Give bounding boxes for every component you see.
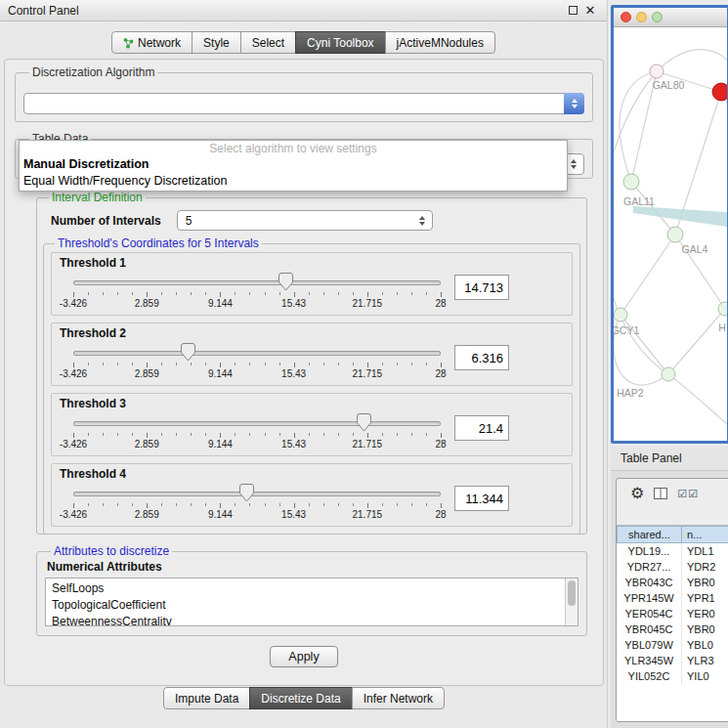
- select-columns-icon[interactable]: ☑☑: [677, 488, 699, 500]
- slider-track: [73, 351, 441, 356]
- node-label: H: [718, 321, 726, 333]
- attribute-item[interactable]: SelfLoops: [52, 580, 564, 597]
- table-row[interactable]: YBR045CYBR0: [617, 621, 728, 637]
- panel-tab-bar: NetworkStyleSelectCyni ToolboxjActiveMNo…: [0, 21, 607, 59]
- attribute-item[interactable]: BetweennessCentrality: [52, 614, 564, 626]
- cell-shared-name: YER054C: [617, 606, 682, 621]
- column-selector-icon[interactable]: [654, 485, 667, 503]
- threshold-panel: Threshold 2-3.4262.8599.14415.4321.71528…: [51, 322, 573, 386]
- slider-thumb-icon[interactable]: [278, 273, 293, 291]
- attribute-item[interactable]: TopologicalCoefficient: [52, 597, 564, 614]
- tab-cyni-toolbox[interactable]: Cyni Toolbox: [295, 31, 385, 54]
- list-scrollbar-thumb[interactable]: [568, 580, 576, 606]
- algorithm-select[interactable]: [23, 93, 584, 114]
- number-of-intervals-value: 5: [178, 214, 412, 228]
- slider-scale-label: 2.859: [135, 298, 159, 309]
- table-row[interactable]: YBL079WYBL0: [617, 637, 728, 653]
- table-row[interactable]: YDR27...YDR2: [617, 559, 728, 575]
- slider-thumb-icon[interactable]: [357, 413, 371, 432]
- tab-label: Network: [138, 36, 181, 50]
- zoom-traffic-light-icon[interactable]: [652, 12, 663, 22]
- network-node[interactable]: [650, 64, 664, 78]
- close-panel-button[interactable]: ✕: [581, 3, 599, 18]
- slider-scale-label: -3.426: [60, 368, 87, 379]
- tab-style[interactable]: Style: [192, 31, 241, 54]
- threshold-slider[interactable]: -3.4262.8599.14415.4321.71528: [73, 343, 441, 382]
- slider-thumb-icon[interactable]: [181, 343, 195, 362]
- number-of-intervals-row: Number of Intervals 5: [51, 210, 580, 231]
- slider-scale-label: 2.859: [135, 439, 159, 450]
- threshold-panel: Threshold 4-3.4262.8599.14415.4321.71528…: [51, 463, 573, 527]
- slider-ticks: [73, 292, 441, 297]
- gear-icon[interactable]: ⚙: [630, 486, 644, 501]
- float-window-button[interactable]: [564, 4, 581, 18]
- slider-thumb-icon[interactable]: [239, 484, 254, 502]
- slider-scale-label: 28: [435, 439, 446, 450]
- threshold-value-field[interactable]: 21.4: [454, 415, 509, 441]
- tab-label: Discretize Data: [261, 692, 340, 706]
- cell-name: YBR0: [682, 621, 728, 637]
- table-panel: ⚙ ☑☑ shared... n... YDL19...YDL1YDR27...…: [611, 471, 728, 728]
- network-edge: [668, 374, 727, 424]
- slider-track: [73, 492, 441, 496]
- tab-network[interactable]: Network: [111, 31, 193, 54]
- column-header-name[interactable]: n...: [682, 526, 728, 543]
- bottom-tab-discretize-data[interactable]: Discretize Data: [249, 687, 352, 709]
- cell-shared-name: YLR345W: [617, 653, 682, 668]
- network-node[interactable]: [662, 367, 675, 381]
- table-row[interactable]: YIL052CYIL0: [617, 668, 728, 684]
- combo-arrows-icon: [564, 93, 584, 114]
- table-row[interactable]: YLR345WYLR3: [617, 653, 728, 668]
- threshold-row: -3.4262.8599.14415.4321.7152814.713: [60, 271, 564, 312]
- network-node[interactable]: [667, 227, 683, 242]
- network-node[interactable]: [614, 308, 627, 321]
- threshold-value-field[interactable]: 6.316: [454, 345, 509, 370]
- threshold-slider[interactable]: -3.4262.8599.14415.4321.71528: [73, 484, 441, 523]
- thresholds-group: Threshold's Coordinates for 5 Intervals …: [43, 236, 580, 535]
- bottom-tab-infer-network[interactable]: Infer Network: [352, 687, 445, 709]
- minimize-traffic-light-icon[interactable]: [636, 12, 647, 22]
- node-table: shared... n... YDL19...YDL1YDR27...YDR2Y…: [617, 525, 728, 721]
- network-node[interactable]: [718, 302, 727, 316]
- table-row[interactable]: YBR043CYBR0: [617, 575, 728, 590]
- algorithm-dropdown-popup: Select algorithm to view settings Manual…: [19, 140, 568, 192]
- number-of-intervals-select[interactable]: 5: [177, 210, 433, 231]
- interval-definition-group: Interval Definition Number of Intervals …: [36, 191, 587, 535]
- control-panel-title: Control Panel: [8, 4, 564, 18]
- threshold-slider[interactable]: -3.4262.8599.14415.4321.71528: [73, 273, 441, 312]
- column-header-shared-name[interactable]: shared...: [617, 526, 682, 543]
- slider-ticks: [73, 363, 441, 367]
- algorithm-option[interactable]: Equal Width/Frequency Discretization: [21, 173, 565, 190]
- numerical-attributes-list[interactable]: SelfLoopsTopologicalCoefficientBetweenne…: [45, 578, 578, 626]
- network-canvas[interactable]: GAL80GAL11GAL4GCY1HHAP2: [614, 27, 727, 440]
- attribute-items: SelfLoopsTopologicalCoefficientBetweenne…: [52, 580, 564, 626]
- list-scrollbar[interactable]: [565, 578, 578, 625]
- table-row[interactable]: YPR145WYPR1: [617, 590, 728, 606]
- close-traffic-light-icon[interactable]: [621, 12, 631, 22]
- node-label: HAP2: [617, 387, 644, 399]
- tab-jactivemnodules[interactable]: jActiveMNodules: [385, 31, 495, 54]
- cell-name: YPR1: [682, 590, 728, 606]
- table-row[interactable]: YER054CYER0: [617, 606, 728, 621]
- network-node[interactable]: [623, 174, 639, 190]
- apply-button[interactable]: Apply: [270, 646, 338, 667]
- bottom-tab-impute-data[interactable]: Impute Data: [163, 687, 250, 709]
- network-window-titlebar[interactable]: [614, 8, 727, 27]
- slider-track: [73, 421, 441, 426]
- network-edge: [621, 235, 675, 315]
- slider-scale-label: 15.43: [281, 298, 306, 309]
- network-node[interactable]: [712, 83, 727, 101]
- network-edge: [657, 50, 727, 71]
- tab-label: Impute Data: [175, 692, 238, 706]
- cell-shared-name: YDR27...: [617, 559, 682, 575]
- threshold-value-field[interactable]: 14.713: [454, 275, 509, 300]
- numerical-attributes-label: Numerical Attributes: [47, 560, 578, 574]
- tab-select[interactable]: Select: [240, 31, 296, 54]
- table-row[interactable]: YDL19...YDL1: [617, 543, 728, 559]
- algorithm-options-list: Manual DiscretizationEqual Width/Frequen…: [21, 156, 565, 190]
- threshold-value-field[interactable]: 11.344: [454, 486, 509, 511]
- threshold-slider[interactable]: -3.4262.8599.14415.4321.71528: [73, 413, 441, 452]
- cell-name: YBR0: [682, 575, 728, 590]
- algorithm-option[interactable]: Manual Discretization: [21, 156, 565, 173]
- network-edge: [721, 92, 727, 309]
